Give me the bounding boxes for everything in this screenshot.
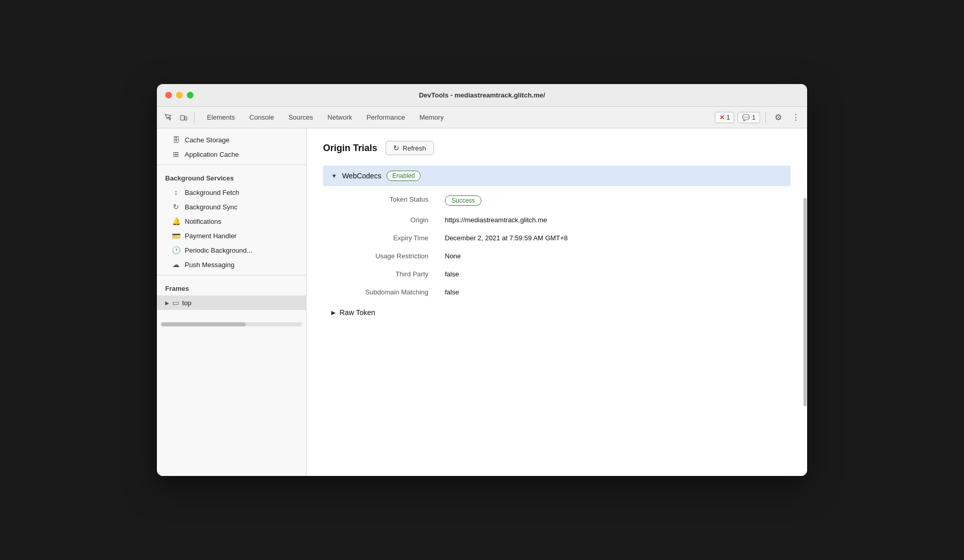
- periodic-background-icon: 🕐: [171, 246, 181, 254]
- origin-label: Origin: [323, 211, 437, 229]
- content-area: Origin Trials ↻ Refresh ▼ WebCodecs Enab…: [307, 128, 807, 476]
- sidebar-item-notifications-label: Notifications: [185, 218, 221, 225]
- sidebar-item-cache-storage-label: Cache Storage: [185, 136, 230, 144]
- background-services-header: Background Services: [157, 168, 306, 185]
- sidebar-item-cache-storage[interactable]: 🗄 Cache Storage: [157, 133, 306, 147]
- close-button[interactable]: [165, 92, 172, 98]
- error-icon: ✕: [719, 114, 725, 121]
- status-success-badge: Success: [445, 195, 481, 206]
- sidebar-item-periodic-background[interactable]: 🕐 Periodic Background...: [157, 243, 306, 257]
- usage-restriction-label: Usage Restriction: [323, 247, 437, 265]
- toolbar-right: ✕ 1 💬 1 ⚙ ⋮: [715, 110, 803, 125]
- sidebar-item-periodic-background-label: Periodic Background...: [185, 246, 252, 254]
- tab-console[interactable]: Console: [242, 110, 281, 124]
- sidebar-divider-1: [157, 164, 306, 165]
- notifications-icon: 🔔: [171, 217, 181, 225]
- content-vertical-scrollbar[interactable]: [803, 128, 807, 476]
- error-count: 1: [727, 114, 730, 121]
- page-title: Origin Trials: [323, 143, 377, 154]
- settings-icon[interactable]: ⚙: [771, 110, 785, 125]
- svg-rect-0: [181, 116, 184, 120]
- usage-restriction-value: None: [437, 247, 791, 265]
- expiry-label: Expiry Time: [323, 229, 437, 247]
- main-area: 🗄 Cache Storage ⊞ Application Cache Back…: [157, 128, 807, 476]
- token-status-row: Token Status Success: [323, 190, 791, 211]
- sidebar-item-background-sync-label: Background Sync: [185, 203, 237, 211]
- background-sync-icon: ↻: [171, 203, 181, 211]
- sidebar-item-background-sync[interactable]: ↻ Background Sync: [157, 200, 306, 214]
- devtools-window: DevTools - mediastreamtrack.glitch.me/ E…: [157, 84, 807, 476]
- info-badge-button[interactable]: 💬 1: [737, 112, 760, 123]
- expiry-row: Expiry Time December 2, 2021 at 7:59:59 …: [323, 229, 791, 247]
- usage-restriction-row: Usage Restriction None: [323, 247, 791, 265]
- titlebar: DevTools - mediastreamtrack.glitch.me/: [157, 84, 807, 107]
- toolbar-divider-1: [194, 112, 195, 123]
- payment-handler-icon: 💳: [171, 232, 181, 240]
- raw-token-row[interactable]: ▶ Raw Token: [323, 303, 791, 322]
- trial-name: WebCodecs: [342, 172, 381, 180]
- toolbar: Elements Console Sources Network Perform…: [157, 107, 807, 128]
- cache-storage-icon: 🗄: [171, 136, 181, 144]
- application-cache-icon: ⊞: [171, 150, 181, 158]
- raw-token-label: Raw Token: [340, 308, 375, 317]
- sidebar-item-background-fetch[interactable]: ↕ Background Fetch: [157, 185, 306, 200]
- sidebar-scrollbar-thumb: [161, 322, 246, 326]
- tab-memory[interactable]: Memory: [412, 110, 451, 124]
- error-badge-button[interactable]: ✕ 1: [715, 112, 735, 123]
- frames-top-label: top: [182, 299, 191, 307]
- inspect-icon[interactable]: [161, 110, 175, 125]
- background-fetch-icon: ↕: [171, 188, 181, 196]
- refresh-icon: ↻: [393, 144, 399, 152]
- sidebar-horizontal-scrollbar[interactable]: [161, 322, 302, 326]
- frames-top-item[interactable]: ▶ ▭ top: [157, 295, 306, 310]
- origin-row: Origin https://mediastreamtrack.glitch.m…: [323, 211, 791, 229]
- third-party-row: Third Party false: [323, 265, 791, 283]
- sidebar-divider-2: [157, 275, 306, 275]
- origin-value: https://mediastreamtrack.glitch.me: [437, 211, 791, 229]
- sidebar-item-notifications[interactable]: 🔔 Notifications: [157, 214, 306, 228]
- svg-rect-1: [185, 117, 187, 120]
- refresh-label: Refresh: [403, 144, 426, 152]
- toolbar-divider-2: [765, 112, 766, 123]
- trial-expand-chevron: ▼: [331, 173, 337, 179]
- details-table: Token Status Success Origin https://medi…: [323, 190, 791, 301]
- trial-status-badge: Enabled: [387, 171, 421, 181]
- sidebar-item-payment-handler-label: Payment Handler: [185, 232, 236, 240]
- trial-row[interactable]: ▼ WebCodecs Enabled: [323, 166, 791, 186]
- tab-performance[interactable]: Performance: [359, 110, 412, 124]
- info-count: 1: [752, 114, 756, 121]
- raw-token-expand-icon: ▶: [331, 309, 335, 316]
- subdomain-value: false: [437, 283, 791, 301]
- tab-elements[interactable]: Elements: [200, 110, 242, 124]
- sidebar-item-payment-handler[interactable]: 💳 Payment Handler: [157, 228, 306, 243]
- toolbar-tabs: Elements Console Sources Network Perform…: [200, 110, 451, 124]
- sidebar-item-push-messaging-label: Push Messaging: [185, 261, 234, 269]
- sidebar-item-background-fetch-label: Background Fetch: [185, 189, 239, 196]
- tab-sources[interactable]: Sources: [281, 110, 320, 124]
- push-messaging-icon: ☁: [171, 260, 181, 269]
- minimize-button[interactable]: [176, 92, 183, 98]
- content-header: Origin Trials ↻ Refresh: [323, 141, 791, 155]
- sidebar: 🗄 Cache Storage ⊞ Application Cache Back…: [157, 128, 307, 476]
- frames-expand-icon: ▶: [165, 300, 169, 306]
- frames-header: Frames: [157, 278, 306, 295]
- window-controls: [165, 92, 194, 98]
- token-status-label: Token Status: [323, 190, 437, 211]
- maximize-button[interactable]: [187, 92, 194, 98]
- device-toggle-icon[interactable]: [176, 110, 191, 125]
- info-icon: 💬: [742, 114, 750, 121]
- token-status-value: Success: [437, 190, 791, 211]
- more-options-icon[interactable]: ⋮: [789, 110, 803, 125]
- content-scrollbar-thumb: [804, 198, 807, 406]
- expiry-value: December 2, 2021 at 7:59:59 AM GMT+8: [437, 229, 791, 247]
- window-title: DevTools - mediastreamtrack.glitch.me/: [419, 91, 545, 99]
- sidebar-item-application-cache-label: Application Cache: [185, 151, 239, 158]
- tab-network[interactable]: Network: [320, 110, 360, 124]
- subdomain-label: Subdomain Matching: [323, 283, 437, 301]
- refresh-button[interactable]: ↻ Refresh: [385, 141, 434, 155]
- sidebar-item-application-cache[interactable]: ⊞ Application Cache: [157, 147, 306, 161]
- sidebar-item-push-messaging[interactable]: ☁ Push Messaging: [157, 257, 306, 272]
- third-party-label: Third Party: [323, 265, 437, 283]
- third-party-value: false: [437, 265, 791, 283]
- subdomain-row: Subdomain Matching false: [323, 283, 791, 301]
